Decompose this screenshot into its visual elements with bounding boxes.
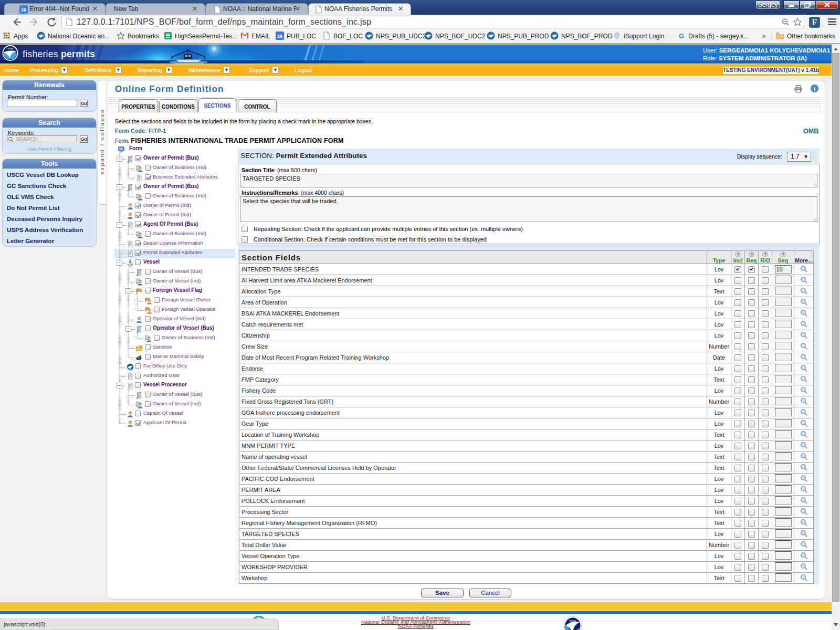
svg-text:26: 26 <box>21 7 26 13</box>
svg-text:NOAA: NOAA <box>570 620 576 623</box>
svg-text:i: i <box>814 86 815 92</box>
svg-text:NOAA: NOAA <box>7 48 13 50</box>
svg-text:26: 26 <box>277 34 282 39</box>
svg-text:G: G <box>679 32 684 40</box>
